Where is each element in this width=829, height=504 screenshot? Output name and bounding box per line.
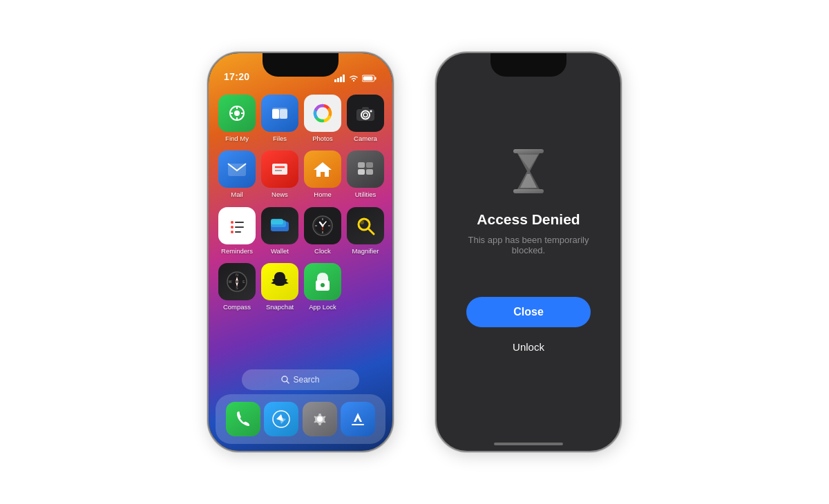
- svg-rect-29: [358, 169, 365, 175]
- svg-point-52: [360, 220, 364, 224]
- dock-settings[interactable]: [303, 402, 337, 436]
- svg-line-51: [368, 229, 374, 234]
- app-reminders[interactable]: Reminders: [218, 207, 256, 255]
- svg-point-49: [322, 224, 324, 226]
- svg-text:N: N: [236, 273, 238, 277]
- app-applock[interactable]: App Lock: [304, 263, 341, 311]
- svg-point-35: [231, 231, 234, 233]
- hourglass-icon: [509, 146, 548, 199]
- svg-point-62: [321, 283, 325, 287]
- svg-rect-0: [334, 79, 336, 82]
- svg-rect-3: [343, 75, 345, 82]
- svg-rect-23: [272, 164, 287, 175]
- svg-point-9: [234, 110, 240, 116]
- app-compass[interactable]: N S E W Compass: [218, 263, 256, 311]
- wifi-icon: [349, 75, 359, 82]
- app-grid: Find My Files: [209, 89, 392, 317]
- close-button[interactable]: Close: [466, 297, 591, 327]
- app-home[interactable]: Home: [304, 151, 341, 198]
- search-bar-label: Search: [293, 375, 319, 385]
- svg-point-31: [231, 221, 234, 224]
- access-denied-title: Access Denied: [477, 211, 580, 228]
- unlock-button[interactable]: Unlock: [499, 336, 558, 358]
- svg-rect-39: [271, 219, 283, 224]
- app-clock[interactable]: Clock: [304, 207, 341, 255]
- svg-marker-67: [279, 417, 286, 424]
- svg-rect-2: [340, 77, 342, 82]
- svg-rect-6: [375, 77, 377, 80]
- svg-rect-20: [362, 107, 369, 110]
- svg-point-60: [236, 280, 238, 283]
- dock-appstore[interactable]: [341, 402, 375, 436]
- search-bar[interactable]: Search: [242, 369, 359, 390]
- svg-text:W: W: [229, 280, 232, 284]
- svg-point-33: [231, 226, 234, 229]
- svg-rect-28: [366, 162, 373, 168]
- status-bar: 17:20: [209, 53, 392, 86]
- app-findmy[interactable]: Find My: [218, 95, 256, 142]
- app-photos[interactable]: Photos: [304, 95, 341, 142]
- app-magnifier[interactable]: Magnifier: [347, 207, 384, 255]
- battery-icon: [362, 75, 377, 82]
- svg-marker-26: [314, 162, 332, 177]
- svg-rect-1: [337, 78, 339, 82]
- svg-line-64: [287, 381, 289, 383]
- app-camera[interactable]: Camera: [347, 95, 384, 142]
- app-mail[interactable]: Mail: [218, 151, 256, 198]
- access-denied-subtitle: This app has been temporarily blocked.: [437, 235, 620, 255]
- home-indicator: [494, 443, 563, 445]
- svg-rect-70: [513, 149, 544, 153]
- svg-rect-30: [366, 169, 373, 175]
- svg-point-4: [353, 80, 354, 81]
- iphone-home-screen: 17:20: [207, 52, 394, 452]
- svg-rect-15: [272, 109, 279, 119]
- app-news[interactable]: News: [261, 151, 298, 198]
- signal-icon: [334, 75, 345, 82]
- dock-safari[interactable]: [264, 402, 298, 436]
- svg-rect-27: [358, 162, 365, 168]
- app-snapchat[interactable]: Snapchat: [261, 263, 298, 311]
- search-icon: [281, 376, 289, 384]
- dock-phone[interactable]: [226, 402, 260, 436]
- app-utilities[interactable]: Utilities: [347, 151, 384, 198]
- svg-point-21: [370, 110, 372, 113]
- iphone-access-denied: Access Denied This app has been temporar…: [435, 52, 622, 452]
- app-files[interactable]: Files: [261, 95, 298, 142]
- app-wallet[interactable]: Wallet: [261, 207, 298, 255]
- status-icons: [334, 75, 377, 82]
- svg-rect-16: [280, 109, 287, 119]
- dock: [216, 394, 385, 444]
- svg-rect-7: [363, 77, 373, 81]
- status-time: 17:20: [224, 71, 249, 82]
- svg-rect-71: [513, 189, 544, 193]
